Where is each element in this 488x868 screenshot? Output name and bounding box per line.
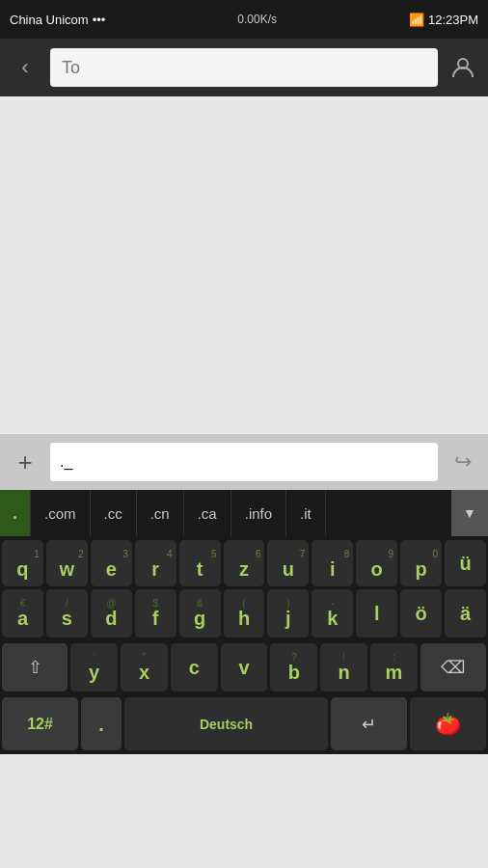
- carrier-dots: •••: [93, 13, 106, 27]
- key-c[interactable]: c: [171, 643, 218, 692]
- contact-button[interactable]: [446, 50, 480, 85]
- status-left: China Unicom •••: [10, 13, 105, 27]
- status-time: 12:23PM: [428, 13, 478, 27]
- keyboard-row-2: € a / s @ d $ f & g ( h ) j - k: [0, 586, 488, 640]
- enter-icon: ↵: [362, 714, 376, 735]
- key-u-umlaut[interactable]: ü: [445, 540, 486, 586]
- key-z[interactable]: 6 z: [224, 540, 265, 586]
- enter-key[interactable]: ↵: [331, 697, 407, 750]
- key-j[interactable]: ) j: [267, 589, 309, 637]
- domain-list: .com .cc .cn .ca .info .it: [31, 490, 451, 536]
- chevron-down-icon: ▼: [463, 505, 476, 521]
- dot-key[interactable]: .: [0, 490, 31, 536]
- carrier-label: China Unicom: [10, 13, 89, 27]
- space-key[interactable]: Deutsch: [124, 697, 328, 750]
- send-button[interactable]: ↪: [446, 445, 480, 479]
- key-i[interactable]: 8 i: [312, 540, 353, 586]
- domain-cn[interactable]: .cn: [137, 490, 184, 536]
- compose-input[interactable]: [50, 443, 438, 481]
- key-n[interactable]: ! n: [320, 643, 367, 692]
- emoji-key[interactable]: 🍅: [410, 697, 486, 750]
- keyboard: 1 q 2 w 3 e 4 r 5 t 6 z 7 u 8 i: [0, 536, 488, 754]
- add-attachment-button[interactable]: +: [8, 445, 42, 479]
- message-area: [0, 96, 488, 434]
- key-a-umlaut[interactable]: ä: [445, 589, 486, 637]
- domain-ca[interactable]: .ca: [184, 490, 231, 536]
- compose-bar: + ↪: [0, 434, 488, 490]
- domain-it[interactable]: .it: [286, 490, 326, 536]
- status-right: 📶 12:23PM: [409, 13, 478, 27]
- key-q[interactable]: 1 q: [2, 540, 43, 586]
- key-e[interactable]: 3 e: [91, 540, 132, 586]
- domain-com[interactable]: .com: [31, 490, 91, 536]
- shift-key[interactable]: ⇧: [2, 643, 68, 692]
- keyboard-row-3: ⇧ ' y " x c v ? b ! n : m ⌫: [0, 640, 488, 694]
- key-m[interactable]: : m: [370, 643, 418, 692]
- status-speed: 0.00K/s: [237, 13, 277, 26]
- period-key[interactable]: .: [81, 697, 122, 750]
- key-o-umlaut[interactable]: ö: [400, 589, 442, 637]
- keyboard-row-4: 12# . Deutsch ↵ 🍅: [0, 694, 488, 754]
- shift-icon: ⇧: [28, 657, 42, 678]
- key-d[interactable]: @ d: [91, 589, 132, 637]
- key-y[interactable]: ' y: [70, 643, 118, 692]
- key-v[interactable]: v: [221, 643, 268, 692]
- to-input[interactable]: [50, 48, 438, 87]
- domain-cc[interactable]: .cc: [91, 490, 137, 536]
- key-k[interactable]: - k: [312, 589, 353, 637]
- key-f[interactable]: $ f: [135, 589, 176, 637]
- num-mode-key[interactable]: 12#: [2, 697, 78, 750]
- key-t[interactable]: 5 t: [179, 540, 221, 586]
- domain-bar: . .com .cc .cn .ca .info .it ▼: [0, 490, 488, 536]
- key-s[interactable]: / s: [46, 589, 88, 637]
- key-r[interactable]: 4 r: [135, 540, 176, 586]
- key-u[interactable]: 7 u: [267, 540, 309, 586]
- key-x[interactable]: " x: [121, 643, 168, 692]
- key-b[interactable]: ? b: [270, 643, 317, 692]
- key-h[interactable]: ( h: [224, 589, 265, 637]
- back-button[interactable]: ‹: [8, 50, 42, 85]
- backspace-icon: ⌫: [441, 657, 465, 678]
- domain-info[interactable]: .info: [231, 490, 286, 536]
- key-p[interactable]: 0 p: [400, 540, 442, 586]
- domain-more-button[interactable]: ▼: [451, 490, 488, 536]
- key-a[interactable]: € a: [2, 589, 43, 637]
- key-l[interactable]: l: [356, 589, 397, 637]
- emoji-icon: 🍅: [435, 712, 461, 737]
- backspace-key[interactable]: ⌫: [420, 643, 486, 692]
- key-g[interactable]: & g: [179, 589, 221, 637]
- keyboard-row-1: 1 q 2 w 3 e 4 r 5 t 6 z 7 u 8 i: [0, 536, 488, 586]
- status-bar: China Unicom ••• 0.00K/s 📶 12:23PM: [0, 0, 488, 39]
- status-icons: 📶: [409, 13, 424, 27]
- top-bar: ‹: [0, 39, 488, 96]
- language-label: Deutsch: [200, 717, 253, 732]
- key-o[interactable]: 9 o: [356, 540, 397, 586]
- key-w[interactable]: 2 w: [46, 540, 88, 586]
